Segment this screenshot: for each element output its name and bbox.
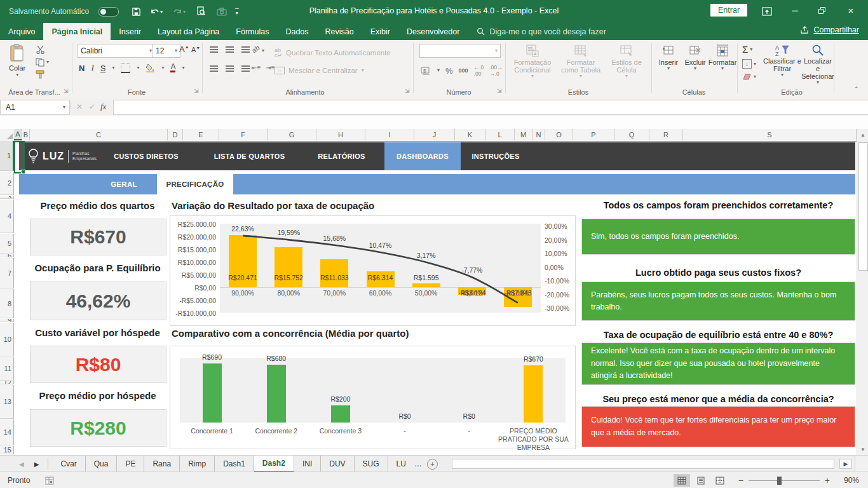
- row-header-12[interactable]: 12: [0, 381, 14, 384]
- orientation-icon[interactable]: ab: [250, 44, 261, 55]
- font-name-select[interactable]: Calibri▾: [78, 44, 155, 58]
- orientation-caret[interactable]: ▾: [262, 49, 264, 53]
- decrease-font-icon[interactable]: A▼: [191, 46, 200, 53]
- autosave-toggle[interactable]: [98, 7, 119, 17]
- sign-in-button[interactable]: Entrar: [710, 4, 747, 17]
- insert-cells-button[interactable]: Inserir▾: [656, 44, 681, 71]
- restore-button[interactable]: [811, 2, 832, 18]
- horizontal-align-buttons[interactable]: [210, 65, 250, 67]
- sheet-tab-pe[interactable]: PE: [117, 456, 144, 472]
- fill-handle[interactable]: [21, 170, 25, 174]
- tab-formulas[interactable]: Fórmulas: [227, 23, 277, 40]
- zoom-in-button[interactable]: +: [825, 475, 830, 485]
- nav-dashboards[interactable]: DASHBOARDS: [384, 142, 461, 170]
- increase-decimal-icon[interactable]: ←.0.00: [474, 64, 484, 77]
- column-header-p[interactable]: P: [573, 129, 614, 140]
- scroll-up-arrow[interactable]: ▲: [858, 130, 868, 140]
- font-size-select[interactable]: 12▾: [153, 44, 180, 58]
- column-header-s[interactable]: S: [683, 129, 857, 140]
- name-box[interactable]: A1 ▾: [0, 100, 70, 115]
- copy-icon[interactable]: ▾: [36, 58, 49, 67]
- row-header-14[interactable]: 14: [0, 419, 14, 445]
- tab-desenvolvedor[interactable]: Desenvolvedor: [398, 23, 468, 40]
- font-color-caret[interactable]: ▾: [182, 66, 184, 70]
- column-header-b[interactable]: B: [22, 129, 30, 140]
- row-header-4[interactable]: 4: [0, 200, 14, 233]
- row-header-5[interactable]: 5: [0, 234, 14, 254]
- underline-button[interactable]: S: [100, 64, 106, 73]
- tab-pagina-inicial[interactable]: Página Inicial: [43, 23, 111, 40]
- format-painter-icon[interactable]: [36, 70, 45, 79]
- column-header-n[interactable]: N: [532, 129, 545, 140]
- sheet-tab-lu[interactable]: LU: [388, 456, 414, 472]
- borders-caret[interactable]: ▾: [137, 66, 139, 70]
- page-break-view-button[interactable]: [712, 474, 728, 487]
- sort-filter-button[interactable]: AZ Classificar e Filtrar▾: [763, 44, 802, 77]
- row-header-3[interactable]: 3: [0, 196, 14, 199]
- row-header-6[interactable]: 6: [0, 254, 14, 257]
- row-header-11[interactable]: 11: [0, 357, 14, 381]
- selected-cell-a1[interactable]: [14, 141, 25, 173]
- tab-arquivo[interactable]: Arquivo: [0, 23, 43, 40]
- nav-instrucoes[interactable]: INSTRUÇÕES: [461, 142, 531, 170]
- format-cells-button[interactable]: Formatar▾: [708, 44, 737, 71]
- subtab-geral[interactable]: GERAL: [95, 174, 153, 194]
- insert-function-icon[interactable]: fx: [100, 102, 106, 112]
- column-header-o[interactable]: O: [545, 129, 573, 140]
- quick-access-customize-icon[interactable]: ─▾: [235, 6, 239, 15]
- decrease-decimal-icon[interactable]: .00→→.0: [489, 64, 502, 77]
- sheet-tab-rana[interactable]: Rana: [144, 456, 180, 472]
- column-header-f[interactable]: F: [219, 129, 268, 140]
- column-header-a[interactable]: A: [14, 129, 22, 140]
- tab-layout-da-pagina[interactable]: Layout da Página: [149, 23, 227, 40]
- vertical-scrollbar[interactable]: ▲ ▼: [857, 129, 868, 455]
- row-header-1[interactable]: 1: [0, 141, 14, 171]
- select-all-corner[interactable]: [0, 129, 15, 140]
- number-dialog-launcher[interactable]: ⇲: [497, 88, 502, 94]
- close-button[interactable]: ×: [840, 2, 862, 18]
- nav-lista-de-quartos[interactable]: LISTA DE QUARTOS: [197, 142, 302, 170]
- column-header-j[interactable]: J: [414, 129, 455, 140]
- indent-buttons[interactable]: ⇤≡⇥≡: [252, 64, 275, 71]
- zoom-level[interactable]: 90%: [837, 476, 859, 485]
- paste-button[interactable]: Colar▾: [9, 44, 25, 77]
- nav-relatorios[interactable]: RELATÓRIOS: [302, 142, 381, 170]
- clear-button[interactable]: ▾: [742, 73, 756, 81]
- formula-input[interactable]: [113, 100, 868, 115]
- print-preview-icon[interactable]: [194, 4, 208, 18]
- hscroll-right-arrow[interactable]: ▶: [839, 459, 852, 469]
- borders-icon[interactable]: [121, 63, 130, 73]
- row-header-7[interactable]: 7: [0, 258, 14, 288]
- autosum-button[interactable]: Σ▾: [742, 44, 752, 55]
- cut-icon[interactable]: [36, 45, 45, 54]
- column-header-c[interactable]: C: [30, 129, 168, 140]
- comma-style-icon[interactable]: 000: [459, 67, 468, 74]
- vertical-align-buttons[interactable]: [210, 46, 250, 48]
- minimize-button[interactable]: ─: [784, 2, 806, 18]
- percent-style-icon[interactable]: %: [445, 66, 453, 76]
- increase-font-icon[interactable]: A▲: [179, 44, 189, 54]
- zoom-slider-thumb[interactable]: [777, 477, 782, 485]
- accounting-format-icon[interactable]: $: [421, 66, 431, 75]
- column-header-r[interactable]: R: [649, 129, 683, 140]
- collapse-ribbon-icon[interactable]: ⌃: [854, 86, 859, 92]
- normal-view-button[interactable]: [674, 474, 690, 487]
- column-header-q[interactable]: Q: [614, 129, 649, 140]
- column-header-h[interactable]: H: [316, 129, 365, 140]
- row-header-2[interactable]: 2: [0, 172, 14, 195]
- sheet-tabs-overflow[interactable]: …: [414, 456, 422, 472]
- tell-me-search[interactable]: Diga-me o que você deseja fazer: [477, 23, 606, 40]
- column-header-i[interactable]: I: [365, 129, 414, 140]
- tab-exibir[interactable]: Exibir: [362, 23, 398, 40]
- sheet-nav-left-arrow[interactable]: ◀: [14, 456, 29, 472]
- fill-color-icon[interactable]: [146, 64, 155, 72]
- row-header-10[interactable]: 10: [0, 323, 14, 356]
- scroll-down-arrow[interactable]: ▼: [858, 444, 868, 454]
- column-header-d[interactable]: D: [168, 129, 183, 140]
- fill-color-caret[interactable]: ▾: [161, 66, 164, 70]
- tab-inserir[interactable]: Inserir: [111, 23, 149, 40]
- new-sheet-button[interactable]: +: [427, 456, 438, 472]
- font-dialog-launcher[interactable]: ⇲: [194, 88, 199, 94]
- column-header-g[interactable]: G: [268, 129, 316, 140]
- italic-button[interactable]: I: [91, 63, 93, 73]
